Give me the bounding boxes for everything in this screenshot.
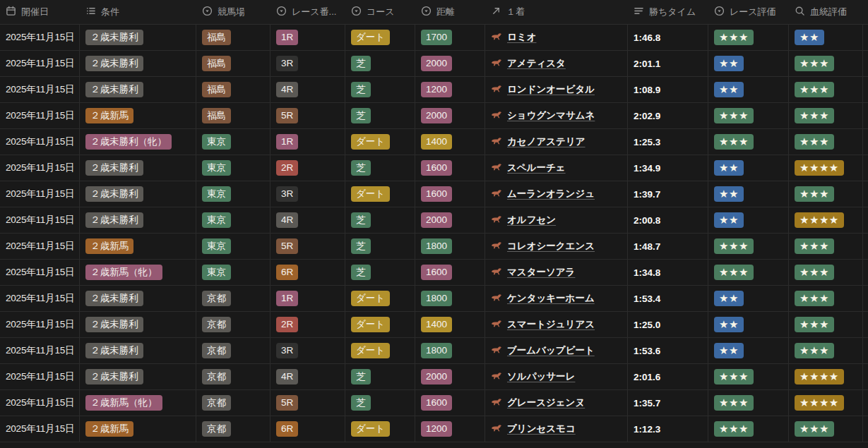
cell-race_no[interactable]: 1R — [270, 25, 345, 51]
cell-condition[interactable]: ２歳未勝利 — [80, 181, 196, 207]
winner-link[interactable]: スマートジュリアス — [507, 318, 595, 331]
cell-blood_rating[interactable]: ★★★ — [789, 129, 863, 155]
cell-venue[interactable]: 京都 — [196, 416, 270, 442]
cell-blood_rating[interactable]: ★★★★ — [789, 364, 863, 390]
cell-date[interactable]: 2025年11月15日 — [0, 207, 80, 234]
cell-date[interactable]: 2025年11月15日 — [0, 129, 80, 155]
cell-winner[interactable]: オルフセン — [485, 207, 628, 234]
column-header-time[interactable]: 勝ちタイム — [628, 0, 708, 24]
cell-blood_rating[interactable]: ★★★ — [789, 77, 863, 103]
cell-course[interactable]: 芝 — [345, 390, 415, 416]
cell-blood_rating[interactable]: ★★★ — [789, 51, 863, 77]
cell-blood_rating[interactable]: ★★★ — [789, 181, 863, 207]
cell-race_rating[interactable]: ★★ — [708, 286, 789, 312]
cell-date[interactable]: 2025年11月15日 — [0, 286, 80, 312]
cell-venue[interactable]: 東京 — [196, 129, 270, 155]
winner-link[interactable]: コレオシークエンス — [507, 240, 595, 253]
cell-condition[interactable]: ２歳未勝利 — [80, 25, 196, 51]
cell-time[interactable]: 1:08.9 — [628, 77, 708, 103]
cell-race_no[interactable]: 3R — [270, 51, 345, 77]
cell-race_rating[interactable]: ★★ — [708, 338, 789, 364]
winner-link[interactable]: カセノアステリア — [507, 135, 585, 148]
cell-race_rating[interactable]: ★★ — [708, 207, 789, 234]
cell-date[interactable]: 2025年11月15日 — [0, 416, 80, 442]
cell-winner[interactable]: マスターソアラ — [485, 260, 628, 286]
cell-race_no[interactable]: 1R — [270, 286, 345, 312]
cell-winner[interactable]: ソルパッサーレ — [485, 364, 628, 390]
cell-race_no[interactable]: 4R — [270, 77, 345, 103]
cell-race_rating[interactable]: ★★★ — [708, 25, 789, 51]
winner-link[interactable]: プリンセスモコ — [507, 423, 576, 435]
column-header-course[interactable]: コース — [345, 0, 415, 24]
cell-condition[interactable]: ２歳未勝利（牝） — [80, 129, 196, 155]
cell-date[interactable]: 2025年11月15日 — [0, 312, 80, 338]
cell-time[interactable]: 1:12.3 — [628, 416, 708, 442]
cell-race_rating[interactable]: ★★★ — [708, 234, 789, 260]
cell-venue[interactable]: 福島 — [196, 77, 270, 103]
cell-winner[interactable]: アメティスタ — [485, 51, 628, 77]
cell-course[interactable]: 芝 — [345, 51, 415, 77]
cell-condition[interactable]: ２歳未勝利 — [80, 207, 196, 234]
cell-course[interactable]: 芝 — [345, 260, 415, 286]
cell-date[interactable]: 2025年11月15日 — [0, 155, 80, 181]
cell-date[interactable]: 2025年11月15日 — [0, 103, 80, 129]
cell-course[interactable]: ダート — [345, 181, 415, 207]
cell-distance[interactable]: 2000 — [415, 51, 485, 77]
cell-course[interactable]: ダート — [345, 129, 415, 155]
winner-link[interactable]: ロンドンオービタル — [507, 83, 595, 96]
cell-race_no[interactable]: 1R — [270, 129, 345, 155]
cell-blood_rating[interactable]: ★★★ — [789, 416, 863, 442]
cell-blood_rating[interactable]: ★★ — [789, 25, 863, 51]
cell-race_rating[interactable]: ★★ — [708, 155, 789, 181]
cell-distance[interactable]: 1800 — [415, 338, 485, 364]
cell-blood_rating[interactable]: ★★★ — [789, 103, 863, 129]
cell-winner[interactable]: グレースジェンヌ — [485, 390, 628, 416]
cell-date[interactable]: 2025年11月15日 — [0, 338, 80, 364]
cell-winner[interactable]: ショウグンマサムネ — [485, 103, 628, 129]
cell-condition[interactable]: ２歳未勝利 — [80, 77, 196, 103]
cell-race_no[interactable]: 2R — [270, 155, 345, 181]
cell-course[interactable]: 芝 — [345, 77, 415, 103]
cell-distance[interactable]: 2000 — [415, 207, 485, 234]
winner-link[interactable]: ロミオ — [507, 31, 536, 44]
winner-link[interactable]: オルフセン — [507, 214, 556, 226]
winner-link[interactable]: アメティスタ — [507, 57, 566, 70]
cell-date[interactable]: 2025年11月15日 — [0, 51, 80, 77]
cell-venue[interactable]: 東京 — [196, 181, 270, 207]
winner-link[interactable]: ムーランオランジュ — [507, 188, 595, 200]
cell-race_rating[interactable]: ★★ — [708, 312, 789, 338]
cell-winner[interactable]: スマートジュリアス — [485, 312, 628, 338]
cell-condition[interactable]: ２歳未勝利 — [80, 286, 196, 312]
cell-time[interactable]: 1:53.6 — [628, 338, 708, 364]
cell-time[interactable]: 1:34.8 — [628, 260, 708, 286]
cell-distance[interactable]: 1700 — [415, 25, 485, 51]
cell-distance[interactable]: 2000 — [415, 103, 485, 129]
cell-winner[interactable]: カセノアステリア — [485, 129, 628, 155]
cell-date[interactable]: 2025年11月15日 — [0, 364, 80, 390]
cell-time[interactable]: 1:46.8 — [628, 25, 708, 51]
cell-distance[interactable]: 1600 — [415, 181, 485, 207]
cell-venue[interactable]: 京都 — [196, 338, 270, 364]
cell-race_no[interactable]: 6R — [270, 416, 345, 442]
cell-race_no[interactable]: 4R — [270, 364, 345, 390]
cell-distance[interactable]: 1600 — [415, 155, 485, 181]
column-header-race_no[interactable]: レース番... — [270, 0, 345, 24]
cell-venue[interactable]: 京都 — [196, 312, 270, 338]
cell-course[interactable]: 芝 — [345, 103, 415, 129]
column-header-condition[interactable]: 条件 — [80, 0, 196, 24]
cell-race_no[interactable]: 5R — [270, 234, 345, 260]
cell-venue[interactable]: 福島 — [196, 51, 270, 77]
cell-condition[interactable]: ２歳未勝利 — [80, 312, 196, 338]
cell-time[interactable]: 1:34.9 — [628, 155, 708, 181]
cell-venue[interactable]: 東京 — [196, 260, 270, 286]
cell-winner[interactable]: ケンタッキーホーム — [485, 286, 628, 312]
cell-time[interactable]: 1:39.7 — [628, 181, 708, 207]
cell-race_rating[interactable]: ★★★ — [708, 129, 789, 155]
cell-race_no[interactable]: 4R — [270, 207, 345, 234]
cell-course[interactable]: ダート — [345, 286, 415, 312]
winner-link[interactable]: ブームバップビート — [507, 344, 595, 357]
cell-distance[interactable]: 1600 — [415, 260, 485, 286]
cell-race_no[interactable]: 5R — [270, 103, 345, 129]
cell-winner[interactable]: コレオシークエンス — [485, 234, 628, 260]
cell-condition[interactable]: ２歳新馬 — [80, 103, 196, 129]
